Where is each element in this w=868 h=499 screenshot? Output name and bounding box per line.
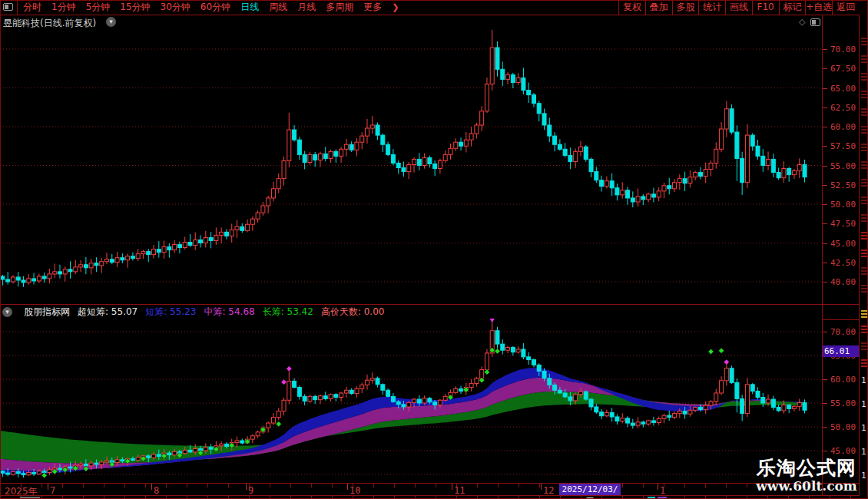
- clipped-digit: 1: [861, 423, 866, 433]
- clipped-glyph-fragment: [861, 161, 867, 170]
- buy-diamond-marker: [708, 349, 714, 354]
- clipped-glyph-fragment: [861, 55, 867, 64]
- clipped-bottom-row: [0, 496, 868, 499]
- clipped-glyph-fragment: [861, 359, 867, 368]
- clipped-right-panel: 11111: [860, 15, 868, 496]
- buy-diamond-marker: [484, 369, 489, 375]
- toolbar-button-统计[interactable]: 统计: [698, 0, 725, 15]
- indicator-header: ▾ 股朋指标网 超短筹: 55.07短筹: 55.23中筹: 54.68长筹: …: [2, 306, 384, 318]
- month-tick: [452, 484, 452, 490]
- axis-label: 50.00: [830, 422, 858, 432]
- chip-indicator-chart[interactable]: [0, 319, 822, 483]
- date-axis: 2025年 2025/12/03/三 7891011121: [0, 483, 868, 496]
- period-tab-日线[interactable]: 日线: [240, 0, 259, 15]
- period-tabs: 分时1分钟5分钟15分钟30分钟60分钟日线周线月线多周期更多❯: [23, 0, 399, 15]
- month-tick: [151, 484, 152, 490]
- month-label: 1: [660, 485, 665, 496]
- axis-label: 60.00: [830, 122, 858, 132]
- buy-diamond-marker: [718, 348, 724, 353]
- period-tab-月线[interactable]: 月线: [297, 0, 316, 15]
- month-tick: [658, 484, 658, 490]
- period-tab-更多[interactable]: 更多: [363, 0, 382, 15]
- axis-label: 70.00: [830, 45, 858, 55]
- toolbar-button-画线[interactable]: 画线: [725, 0, 752, 15]
- axis-tick: [823, 379, 827, 380]
- toolbar-button-返回[interactable]: 返回: [832, 0, 859, 15]
- candlestick-series-main: [1, 30, 807, 287]
- top-diamond-marker: [724, 359, 729, 365]
- buy-diamond-marker: [276, 421, 281, 427]
- axis-tick: [823, 332, 827, 332]
- trading-terminal-window: 分时1分钟5分钟15分钟30分钟60分钟日线周线月线多周期更多❯ 复权叠加多股统…: [0, 0, 868, 499]
- toolbar-button-F10[interactable]: F10: [752, 0, 779, 15]
- month-label: 12: [543, 485, 554, 496]
- month-tick: [48, 484, 48, 490]
- clipped-glyph-fragment: [861, 91, 867, 99]
- collapse-chevron-icon[interactable]: ▾: [2, 307, 12, 317]
- clipped-glyph-fragment: [861, 267, 867, 276]
- axis-tick: [823, 243, 827, 244]
- indicator-value-badge: 66.01: [823, 345, 859, 357]
- toolbar-button-+自选[interactable]: +自选: [805, 0, 832, 15]
- clipped-glyph-fragment: [861, 179, 867, 187]
- sell-triangle-marker: [489, 319, 495, 322]
- clipped-digit: 1: [861, 447, 866, 457]
- axis-label: 55.00: [830, 398, 858, 408]
- month-label: 8: [154, 485, 159, 496]
- indicator-value-长筹: 长筹: 53.42: [263, 306, 313, 319]
- axis-tick: [823, 185, 827, 186]
- indicator-value-高价天数: 高价天数: 0.00: [321, 306, 385, 319]
- period-tab-5分钟[interactable]: 5分钟: [86, 0, 111, 15]
- axis-label: 45.00: [830, 446, 858, 456]
- toolbar-button-标记[interactable]: 标记: [779, 0, 806, 15]
- axis-label: 52.50: [830, 180, 858, 190]
- indicator-source-label: 股朋指标网: [24, 306, 70, 319]
- date-minor-ticks: [0, 484, 822, 487]
- period-tab-1分钟[interactable]: 1分钟: [51, 0, 76, 15]
- period-tab-15分钟[interactable]: 15分钟: [120, 0, 150, 15]
- clipped-glyph-fragment: [861, 108, 867, 117]
- watermark-site-name: 乐淘公式网: [749, 458, 864, 479]
- clipped-glyph-fragment: [861, 214, 867, 223]
- period-tab-分时[interactable]: 分时: [23, 0, 41, 15]
- clipped-glyph-fragment: [861, 285, 867, 293]
- clipped-glyph-fragment: [861, 232, 867, 240]
- axis-tick: [823, 282, 827, 283]
- period-toolbar: 分时1分钟5分钟15分钟30分钟60分钟日线周线月线多周期更多❯ 复权叠加多股统…: [0, 0, 868, 15]
- indicator-value-短筹: 短筹: 55.23: [145, 306, 196, 319]
- toolbar-button-多股[interactable]: 多股: [672, 0, 699, 15]
- period-tab-60分钟[interactable]: 60分钟: [200, 0, 230, 15]
- axis-label: 45.00: [830, 239, 858, 249]
- axis-tick: [823, 223, 827, 224]
- axis-tick: [823, 427, 827, 428]
- axis-label: 60.00: [830, 375, 858, 385]
- axis-label: 47.50: [830, 219, 858, 229]
- axis-label: 42.50: [830, 258, 858, 268]
- main-candlestick-chart[interactable]: [0, 23, 822, 304]
- month-label: 7: [50, 485, 55, 496]
- indicator-value-超短筹: 超短筹: 55.07: [78, 306, 137, 319]
- axis-label: 40.00: [830, 277, 858, 287]
- period-tab-周线[interactable]: 周线: [269, 0, 287, 15]
- layout-toggle-button[interactable]: [0, 0, 18, 15]
- more-arrow-icon[interactable]: ❯: [392, 2, 399, 12]
- toolbar-button-叠加[interactable]: 叠加: [645, 0, 672, 15]
- clipped-glyph-fragment: [861, 326, 867, 334]
- toolbar-button-复权[interactable]: 复权: [618, 0, 645, 15]
- axis-label: 62.50: [830, 103, 858, 113]
- axis-label: 50.00: [830, 200, 858, 210]
- axis-label: 65.00: [830, 84, 858, 94]
- month-tick: [541, 484, 542, 490]
- month-label: 11: [454, 485, 465, 496]
- clipped-glyph-fragment: [861, 144, 867, 152]
- top-diamond-marker: [287, 366, 292, 372]
- period-tab-30分钟[interactable]: 30分钟: [161, 0, 190, 15]
- clipped-glyph-fragment: [861, 73, 867, 81]
- clipped-glyph-fragment: [861, 126, 867, 134]
- selected-date-badge: 2025/12/03/三: [559, 484, 621, 495]
- axis-tick: [823, 166, 827, 167]
- period-tab-多周期[interactable]: 多周期: [326, 0, 353, 15]
- panel-icon: [3, 3, 13, 11]
- axis-tick: [823, 49, 827, 50]
- clipped-digit: 1: [861, 375, 866, 385]
